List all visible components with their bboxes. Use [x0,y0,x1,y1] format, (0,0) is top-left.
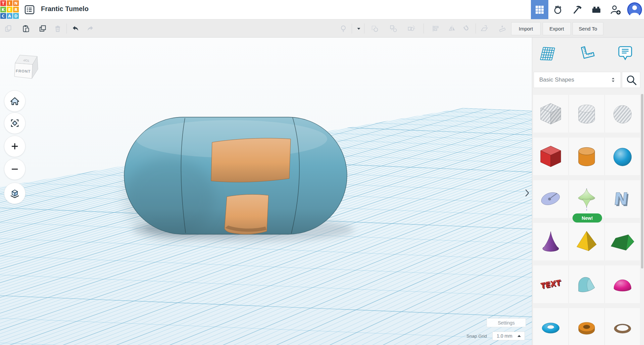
half-sphere-icon [608,269,637,300]
home-button[interactable] [4,90,26,112]
fit-view-icon [9,118,20,129]
round-roof-icon [572,269,601,300]
duplicate-button[interactable] [37,23,48,34]
logo-tile-i: I [7,0,12,6]
align-button[interactable] [430,23,441,34]
caret-up-icon [517,335,521,337]
view-cube[interactable]: TOP FRONT [11,50,39,87]
3d-canvas[interactable]: TOP FRONT Settings Snap Grid 1.0 mm [0,38,532,345]
cone-shape[interactable] [533,223,568,260]
invite-person-add-icon[interactable] [606,0,625,19]
cylinder-shape[interactable] [569,138,604,175]
ruler-tool-button[interactable] [576,43,597,64]
viewcube-front-label: FRONT [16,69,31,73]
snap-grid-value: 1.0 mm [497,333,512,339]
zoom-in-button[interactable] [4,136,26,157]
logo-tile-a: A [7,13,12,19]
scrollbar-thumb[interactable] [641,94,643,268]
cone-icon [536,226,565,257]
redo-button[interactable] [85,23,96,34]
workplane-drop-button[interactable] [479,23,490,34]
design-menu-icon[interactable] [24,4,35,15]
logo-tile-r: R [13,7,19,12]
paste-button[interactable] [20,23,32,34]
fit-view-button[interactable] [4,112,26,134]
magnet-lock-button[interactable] [461,23,472,34]
ungroup-button[interactable] [388,23,399,34]
snap-grid-select[interactable]: 1.0 mm [492,332,525,340]
logo-tile-e: E [7,7,12,12]
shape-category-select[interactable]: Basic Shapes [534,72,621,88]
hole-box-shape[interactable] [533,95,568,133]
home-icon [9,96,20,106]
logo-tile-t: T [0,0,6,6]
hole-cylinder-shape[interactable] [569,95,604,133]
box-shape[interactable] [533,138,568,175]
hole-sphere-shape[interactable] [605,95,640,133]
simlab-hand-icon[interactable] [548,0,567,19]
export-button[interactable]: Export [543,22,571,35]
shape-search-button[interactable] [622,72,640,88]
capsule-object[interactable] [124,117,354,242]
scribble-shape[interactable] [533,180,568,218]
settings-button[interactable]: Settings [487,318,526,327]
scribble-icon [536,184,565,214]
orthographic-button[interactable] [4,183,26,204]
round-roof-shape[interactable] [569,265,604,303]
toolbar-separator [352,23,352,34]
tube-shape[interactable] [569,308,604,345]
snap-grid-label: Snap Grid [466,334,487,339]
half-sphere-shape[interactable] [605,265,640,303]
group-button[interactable] [369,23,381,34]
ruler-icon [577,44,596,63]
brick-icon[interactable] [587,0,606,19]
svg-text:N: N [613,189,629,209]
text-shape[interactable]: TEXTTEXT [533,265,568,303]
zoom-out-button[interactable] [4,158,26,180]
panel-collapse-chevron-icon[interactable] [524,188,531,198]
ruler-drop-button[interactable] [497,23,508,34]
zoom-in-icon [9,141,20,152]
notes-icon [616,44,634,63]
show-all-button[interactable] [338,23,349,34]
select-arrows-icon [610,76,616,84]
pyramid-shape[interactable] [569,223,604,260]
group-colors-button[interactable] [405,23,417,34]
cylinder-icon [572,141,601,172]
design-title[interactable]: Frantic Tumelo [41,5,89,13]
sphere-shape[interactable] [605,138,640,175]
panel-scrollbar[interactable] [641,38,643,345]
spinner-icon [572,184,601,214]
workplane-tool-button[interactable] [537,43,558,64]
minecraft-pickaxe-icon[interactable] [567,0,587,19]
logo-tile-k: K [0,7,6,12]
text-letters-icon: NN [608,184,637,214]
notes-tool-button[interactable] [614,43,636,64]
copy-button[interactable] [3,23,14,34]
text-icon: TEXTTEXT [536,269,565,300]
ring-shape[interactable] [605,308,640,345]
shape-category-value: Basic Shapes [539,77,574,83]
account-avatar[interactable] [625,0,644,19]
text-letters-shape[interactable]: NN [605,180,640,218]
import-button[interactable]: Import [511,22,541,35]
torus-shape[interactable] [533,308,568,345]
dropdown-caret-button[interactable] [353,23,364,34]
tinkercad-logo[interactable]: TINKERCAD [0,0,19,19]
logo-tile-d: D [13,13,19,19]
send-to-button[interactable]: Send To [573,22,603,35]
scene-svg [0,38,532,345]
toolbar-separator [476,23,476,34]
spinner-shape[interactable] [569,180,604,218]
roof-shape[interactable] [605,223,640,260]
designs-grid-icon[interactable] [531,0,548,19]
header: TINKERCAD Frantic Tumelo [0,0,644,19]
undo-button[interactable] [69,23,81,34]
hole-box-icon [536,98,565,129]
toolbar: ImportExportSend To [0,19,644,38]
flip-button[interactable] [446,23,458,34]
delete-button[interactable] [52,23,63,34]
pyramid-icon [572,226,601,257]
header-right-icons [531,0,644,19]
hole-sphere-icon [608,98,637,129]
